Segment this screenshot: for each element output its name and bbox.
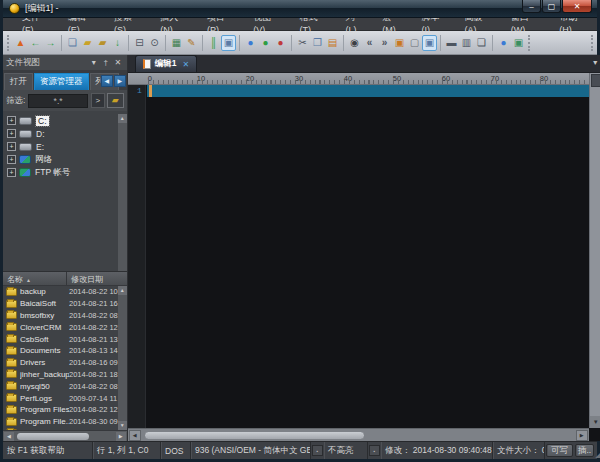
insert-mode-toggle[interactable]: 插.. xyxy=(575,444,594,457)
wizard-icon[interactable]: ▲ xyxy=(13,35,28,51)
file-row[interactable]: bmsofbxy 2014-08-22 08 xyxy=(3,310,118,322)
find-next-icon[interactable]: » xyxy=(377,35,392,51)
find-icon[interactable]: ◉ xyxy=(343,35,362,51)
list-scrollbar[interactable]: ▲ ▼ xyxy=(118,286,127,430)
vscroll-thumb[interactable] xyxy=(591,74,600,87)
copy-icon[interactable]: ❐ xyxy=(310,35,325,51)
globe-blue-icon[interactable]: ● xyxy=(239,35,258,51)
expand-icon[interactable]: + xyxy=(7,155,16,164)
tile-windows-icon[interactable]: ▥ xyxy=(459,35,474,51)
panel-menu-icon[interactable]: ▾ xyxy=(88,58,100,67)
html-view-icon[interactable]: ▦ xyxy=(165,35,184,51)
forward-icon[interactable]: → xyxy=(43,35,58,51)
tree-item-ftp[interactable]: + FTP 帐号 xyxy=(3,166,127,179)
scroll-up-icon[interactable]: ▲ xyxy=(118,286,127,295)
print-icon[interactable]: ⊟ xyxy=(128,35,147,51)
editor-hscrollbar[interactable]: ◀ ▶ xyxy=(128,428,589,441)
file-row[interactable]: backup 2014-08-22 10 xyxy=(3,286,118,298)
tab-explorer[interactable]: 资源管理器 xyxy=(34,73,89,90)
scroll-down-icon[interactable]: ▼ xyxy=(118,421,127,430)
edit-file-icon[interactable]: ✎ xyxy=(184,35,199,51)
file-row[interactable]: PerfLogs 2009-07-14 11 xyxy=(3,392,118,404)
minimize-button[interactable]: – xyxy=(522,0,541,13)
panel-pin-icon[interactable]: † xyxy=(100,58,112,67)
scroll-right-icon[interactable]: ▶ xyxy=(116,432,126,441)
status-line-ending[interactable]: DOS xyxy=(161,442,191,459)
save-icon[interactable]: ↓ xyxy=(110,35,125,51)
globe-green-icon[interactable]: ● xyxy=(258,35,273,51)
toolbar-grip[interactable] xyxy=(7,35,11,51)
title-bar[interactable]: [编辑1] - – ▢ ✕ xyxy=(3,0,597,18)
column-date[interactable]: 修改日期 xyxy=(67,272,127,285)
scroll-up-icon[interactable]: ▲ xyxy=(118,114,127,123)
list-hscrollbar[interactable]: ◀ ▶ xyxy=(3,430,127,441)
filter-apply-button[interactable]: > xyxy=(91,93,105,108)
paste-icon[interactable]: ▤ xyxy=(325,35,340,51)
tree-scrollbar[interactable]: ▲ xyxy=(118,114,127,271)
file-row[interactable]: Program File... 2014-08-30 09 xyxy=(3,416,118,428)
tree-item-e-drive[interactable]: + E: xyxy=(3,140,127,153)
open-file-icon[interactable]: ▰ xyxy=(80,35,95,51)
file-row[interactable]: CloverCRM 2014-08-22 12 xyxy=(3,321,118,333)
hscroll-thumb[interactable] xyxy=(144,431,365,440)
tabs-scroll-right-icon[interactable]: ▶ xyxy=(114,75,126,87)
column-name[interactable]: 名称▲ xyxy=(3,272,67,285)
filter-input[interactable] xyxy=(28,94,87,108)
panel-close-icon[interactable]: ✕ xyxy=(112,58,124,67)
hscroll-thumb[interactable] xyxy=(17,433,89,440)
replace-icon[interactable]: ▣ xyxy=(392,35,407,51)
globe-red-icon[interactable]: ● xyxy=(273,35,288,51)
file-row[interactable]: jinher_backup 2014-08-21 18 xyxy=(3,369,118,381)
file-row[interactable]: BaicaiSoft 2014-08-21 16 xyxy=(3,298,118,310)
tab-close-icon[interactable]: ✕ xyxy=(183,60,190,69)
tree-item-d-drive[interactable]: + D: xyxy=(3,127,127,140)
browse-folder-icon[interactable]: ▰ xyxy=(107,93,124,108)
find-prev-icon[interactable]: « xyxy=(362,35,377,51)
encoding-dropdown-icon[interactable]: ▪ xyxy=(312,445,323,456)
file-row[interactable]: Program Files 2014-08-22 12 xyxy=(3,404,118,416)
print-preview-icon[interactable]: ⊙ xyxy=(147,35,162,51)
scroll-left-icon[interactable]: ◀ xyxy=(129,430,141,441)
snapshot-icon[interactable]: ▣ xyxy=(511,35,526,51)
tree-item-c-drive[interactable]: + C: xyxy=(3,114,127,127)
expand-icon[interactable]: + xyxy=(7,129,16,138)
file-row[interactable]: Drivers 2014-08-16 09 xyxy=(3,357,118,369)
browser-icon[interactable]: ● xyxy=(492,35,511,51)
column-mode-icon[interactable]: ║ xyxy=(202,35,221,51)
back-icon[interactable]: ← xyxy=(28,35,43,51)
tabs-scroll-left-icon[interactable]: ◀ xyxy=(101,75,113,87)
expand-icon[interactable]: + xyxy=(7,116,16,125)
scroll-right-icon[interactable]: ▶ xyxy=(576,430,588,441)
hex-mode-icon[interactable]: ▣ xyxy=(221,35,236,51)
toolbar-grip[interactable] xyxy=(591,35,595,51)
writable-toggle[interactable]: 可写 xyxy=(546,444,573,457)
resize-grip-icon[interactable]: ◢ xyxy=(595,442,600,459)
expand-icon[interactable]: + xyxy=(7,142,16,151)
image-insert-icon[interactable]: ▣ xyxy=(422,35,437,51)
scroll-left-icon[interactable]: ◀ xyxy=(4,432,14,441)
split-window-icon[interactable]: ▬ xyxy=(440,35,459,51)
highlight-dropdown-icon[interactable]: ▪ xyxy=(369,445,380,456)
bookmark-icon[interactable]: ▢ xyxy=(407,35,422,51)
duplicate-window-icon[interactable]: ❏ xyxy=(474,35,489,51)
text-editing-area[interactable]: 1 xyxy=(128,85,589,428)
scroll-down-icon[interactable]: ▼ xyxy=(590,416,600,428)
document-tab[interactable]: 编辑1 ✕ xyxy=(135,55,197,72)
new-file-icon[interactable]: ❏ xyxy=(61,35,80,51)
cut-icon[interactable]: ✂ xyxy=(291,35,310,51)
tree-item-network[interactable]: + 网络 xyxy=(3,153,127,166)
file-row[interactable]: mysql50 2014-08-22 08 xyxy=(3,380,118,392)
tab-list-menu-icon[interactable]: ▼ xyxy=(592,59,599,66)
file-row[interactable]: CsbSoft 2014-08-21 13 xyxy=(3,333,118,345)
status-syntax-highlight[interactable]: 不高亮 xyxy=(324,442,368,459)
toolbar-grip[interactable] xyxy=(528,35,532,51)
file-row[interactable]: QKSOFT 2014-08-21 08 xyxy=(3,428,118,430)
maximize-button[interactable]: ▢ xyxy=(542,0,561,13)
status-encoding[interactable]: 936 (ANSI/OEM - 简体中文 GBK) xyxy=(191,442,311,459)
file-row[interactable]: Documents 2014-08-13 14 xyxy=(3,345,118,357)
editor-vscrollbar[interactable]: ▼ xyxy=(589,73,600,428)
open-folder-icon[interactable]: ▰ xyxy=(95,35,110,51)
expand-icon[interactable]: + xyxy=(7,168,16,177)
close-button[interactable]: ✕ xyxy=(562,0,592,13)
tab-open[interactable]: 打开 xyxy=(4,73,33,90)
